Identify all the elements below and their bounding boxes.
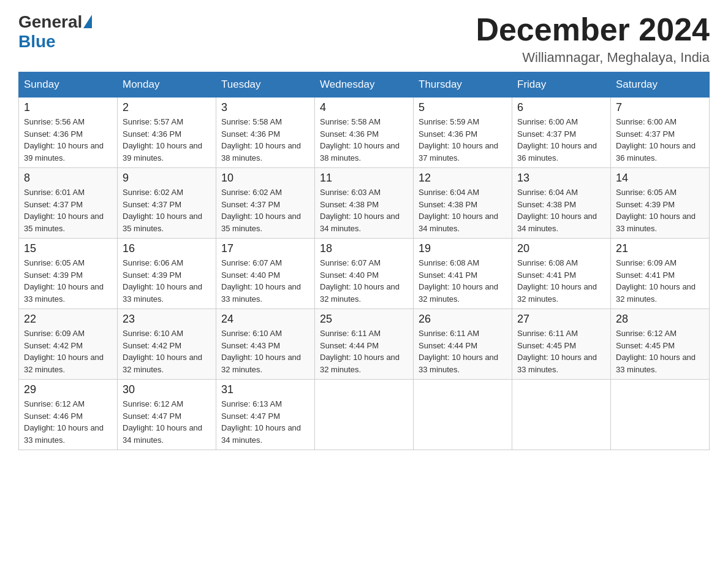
calendar-cell: 21 Sunrise: 6:09 AM Sunset: 4:41 PM Dayl… xyxy=(611,239,710,309)
day-number: 14 xyxy=(616,172,704,185)
day-number: 12 xyxy=(419,172,507,185)
day-info: Sunrise: 6:02 AM Sunset: 4:37 PM Dayligh… xyxy=(221,186,309,234)
calendar-cell: 8 Sunrise: 6:01 AM Sunset: 4:37 PM Dayli… xyxy=(19,168,118,239)
day-info: Sunrise: 5:58 AM Sunset: 4:36 PM Dayligh… xyxy=(320,116,408,164)
day-number: 17 xyxy=(221,242,309,255)
day-info: Sunrise: 5:59 AM Sunset: 4:36 PM Dayligh… xyxy=(419,116,507,164)
calendar-cell: 14 Sunrise: 6:05 AM Sunset: 4:39 PM Dayl… xyxy=(611,168,710,239)
day-info: Sunrise: 6:11 AM Sunset: 4:45 PM Dayligh… xyxy=(517,327,605,375)
calendar-cell: 27 Sunrise: 6:11 AM Sunset: 4:45 PM Dayl… xyxy=(512,309,611,380)
calendar-table: SundayMondayTuesdayWednesdayThursdayFrid… xyxy=(18,72,710,450)
day-number: 25 xyxy=(320,313,408,326)
day-number: 27 xyxy=(517,313,605,326)
calendar-cell: 3 Sunrise: 5:58 AM Sunset: 4:36 PM Dayli… xyxy=(216,98,315,168)
day-info: Sunrise: 6:04 AM Sunset: 4:38 PM Dayligh… xyxy=(517,186,605,234)
day-info: Sunrise: 6:11 AM Sunset: 4:44 PM Dayligh… xyxy=(320,327,408,375)
day-number: 31 xyxy=(221,383,309,396)
day-info: Sunrise: 6:10 AM Sunset: 4:43 PM Dayligh… xyxy=(221,327,309,375)
calendar-cell: 26 Sunrise: 6:11 AM Sunset: 4:44 PM Dayl… xyxy=(414,309,512,380)
day-number: 29 xyxy=(24,383,112,396)
day-number: 30 xyxy=(123,383,211,396)
calendar-cell xyxy=(315,380,414,450)
day-number: 10 xyxy=(221,172,309,185)
logo-blue-text: Blue xyxy=(18,32,56,52)
calendar-header-row: SundayMondayTuesdayWednesdayThursdayFrid… xyxy=(19,72,710,98)
day-info: Sunrise: 6:10 AM Sunset: 4:42 PM Dayligh… xyxy=(123,327,211,375)
calendar-cell: 25 Sunrise: 6:11 AM Sunset: 4:44 PM Dayl… xyxy=(315,309,414,380)
calendar-cell: 7 Sunrise: 6:00 AM Sunset: 4:37 PM Dayli… xyxy=(611,98,710,168)
day-info: Sunrise: 6:07 AM Sunset: 4:40 PM Dayligh… xyxy=(320,257,408,305)
calendar-cell: 30 Sunrise: 6:12 AM Sunset: 4:47 PM Dayl… xyxy=(118,380,216,450)
calendar-cell: 29 Sunrise: 6:12 AM Sunset: 4:46 PM Dayl… xyxy=(19,380,118,450)
day-header-thursday: Thursday xyxy=(414,72,512,98)
day-info: Sunrise: 6:06 AM Sunset: 4:39 PM Dayligh… xyxy=(123,257,211,305)
day-number: 23 xyxy=(123,313,211,326)
calendar-week-row: 22 Sunrise: 6:09 AM Sunset: 4:42 PM Dayl… xyxy=(19,309,710,380)
day-number: 13 xyxy=(517,172,605,185)
calendar-cell: 1 Sunrise: 5:56 AM Sunset: 4:36 PM Dayli… xyxy=(19,98,118,168)
day-number: 9 xyxy=(123,172,211,185)
day-info: Sunrise: 6:03 AM Sunset: 4:38 PM Dayligh… xyxy=(320,186,408,234)
day-info: Sunrise: 6:08 AM Sunset: 4:41 PM Dayligh… xyxy=(419,257,507,305)
day-number: 1 xyxy=(24,101,112,114)
day-number: 21 xyxy=(616,242,704,255)
calendar-cell: 20 Sunrise: 6:08 AM Sunset: 4:41 PM Dayl… xyxy=(512,239,611,309)
day-number: 28 xyxy=(616,313,704,326)
day-number: 19 xyxy=(419,242,507,255)
day-number: 7 xyxy=(616,101,704,114)
day-info: Sunrise: 6:12 AM Sunset: 4:45 PM Dayligh… xyxy=(616,327,704,375)
day-header-monday: Monday xyxy=(118,72,216,98)
calendar-cell xyxy=(611,380,710,450)
calendar-cell xyxy=(512,380,611,450)
calendar-cell: 5 Sunrise: 5:59 AM Sunset: 4:36 PM Dayli… xyxy=(414,98,512,168)
calendar-week-row: 29 Sunrise: 6:12 AM Sunset: 4:46 PM Dayl… xyxy=(19,380,710,450)
day-info: Sunrise: 6:04 AM Sunset: 4:38 PM Dayligh… xyxy=(419,186,507,234)
day-info: Sunrise: 6:13 AM Sunset: 4:47 PM Dayligh… xyxy=(221,398,309,446)
calendar-week-row: 8 Sunrise: 6:01 AM Sunset: 4:37 PM Dayli… xyxy=(19,168,710,239)
calendar-cell: 10 Sunrise: 6:02 AM Sunset: 4:37 PM Dayl… xyxy=(216,168,315,239)
calendar-cell: 4 Sunrise: 5:58 AM Sunset: 4:36 PM Dayli… xyxy=(315,98,414,168)
calendar-cell: 16 Sunrise: 6:06 AM Sunset: 4:39 PM Dayl… xyxy=(118,239,216,309)
day-header-friday: Friday xyxy=(512,72,611,98)
day-info: Sunrise: 6:12 AM Sunset: 4:46 PM Dayligh… xyxy=(24,398,112,446)
day-info: Sunrise: 5:57 AM Sunset: 4:36 PM Dayligh… xyxy=(123,116,211,164)
day-number: 22 xyxy=(24,313,112,326)
logo-blue-part xyxy=(82,15,92,29)
month-title: December 2024 xyxy=(476,12,710,47)
calendar-cell xyxy=(414,380,512,450)
day-header-wednesday: Wednesday xyxy=(315,72,414,98)
day-number: 3 xyxy=(221,101,309,114)
day-number: 11 xyxy=(320,172,408,185)
day-info: Sunrise: 6:11 AM Sunset: 4:44 PM Dayligh… xyxy=(419,327,507,375)
calendar-cell: 31 Sunrise: 6:13 AM Sunset: 4:47 PM Dayl… xyxy=(216,380,315,450)
day-info: Sunrise: 6:00 AM Sunset: 4:37 PM Dayligh… xyxy=(517,116,605,164)
calendar-cell: 15 Sunrise: 6:05 AM Sunset: 4:39 PM Dayl… xyxy=(19,239,118,309)
day-info: Sunrise: 6:09 AM Sunset: 4:41 PM Dayligh… xyxy=(616,257,704,305)
day-number: 15 xyxy=(24,242,112,255)
day-info: Sunrise: 6:01 AM Sunset: 4:37 PM Dayligh… xyxy=(24,186,112,234)
day-number: 18 xyxy=(320,242,408,255)
page-header: General Blue December 2024 Williamnagar,… xyxy=(18,12,710,66)
day-info: Sunrise: 6:00 AM Sunset: 4:37 PM Dayligh… xyxy=(616,116,704,164)
day-info: Sunrise: 6:08 AM Sunset: 4:41 PM Dayligh… xyxy=(517,257,605,305)
day-number: 4 xyxy=(320,101,408,114)
day-number: 6 xyxy=(517,101,605,114)
day-info: Sunrise: 6:12 AM Sunset: 4:47 PM Dayligh… xyxy=(123,398,211,446)
day-number: 2 xyxy=(123,101,211,114)
day-info: Sunrise: 5:58 AM Sunset: 4:36 PM Dayligh… xyxy=(221,116,309,164)
logo: General Blue xyxy=(18,12,92,52)
calendar-cell: 9 Sunrise: 6:02 AM Sunset: 4:37 PM Dayli… xyxy=(118,168,216,239)
calendar-week-row: 15 Sunrise: 6:05 AM Sunset: 4:39 PM Dayl… xyxy=(19,239,710,309)
calendar-cell: 22 Sunrise: 6:09 AM Sunset: 4:42 PM Dayl… xyxy=(19,309,118,380)
day-number: 16 xyxy=(123,242,211,255)
day-number: 20 xyxy=(517,242,605,255)
title-section: December 2024 Williamnagar, Meghalaya, I… xyxy=(476,12,710,66)
day-number: 5 xyxy=(419,101,507,114)
logo-general-text: General xyxy=(18,12,82,32)
day-info: Sunrise: 6:02 AM Sunset: 4:37 PM Dayligh… xyxy=(123,186,211,234)
day-number: 8 xyxy=(24,172,112,185)
logo-triangle-icon xyxy=(83,15,92,28)
day-header-sunday: Sunday xyxy=(19,72,118,98)
calendar-cell: 24 Sunrise: 6:10 AM Sunset: 4:43 PM Dayl… xyxy=(216,309,315,380)
calendar-week-row: 1 Sunrise: 5:56 AM Sunset: 4:36 PM Dayli… xyxy=(19,98,710,168)
